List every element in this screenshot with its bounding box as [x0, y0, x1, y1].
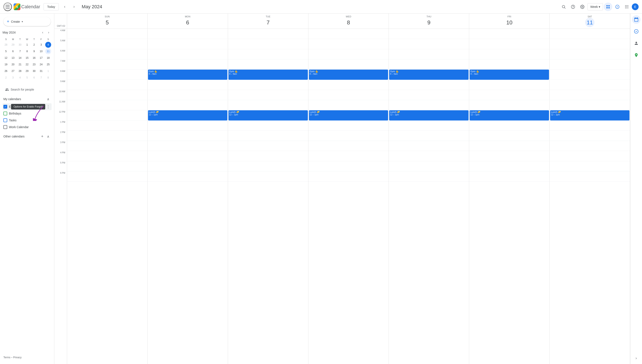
mini-cal-day[interactable]: 28: [17, 68, 23, 74]
mini-cal-day[interactable]: 22: [24, 62, 30, 68]
avatar[interactable]: E: [632, 4, 638, 10]
help-button[interactable]: [569, 2, 577, 11]
calendar-item-eraldo[interactable]: Eraldo Forgoli ⋮ Options for Eraldo Forg…: [3, 103, 52, 110]
calendar-item-work[interactable]: Work Calendar ⋮: [3, 124, 52, 130]
lunch-event-sat[interactable]: Lunch 🌮 12 – 1pm: [550, 110, 629, 120]
mini-cal-day[interactable]: 8: [24, 48, 30, 54]
mini-cal-day[interactable]: 16: [31, 55, 37, 61]
mini-cal-day-today[interactable]: 4: [45, 42, 51, 48]
lunch-event-tue[interactable]: Lunch 🌮 12 – 1pm: [228, 110, 308, 120]
mini-cal-day[interactable]: 30: [31, 68, 37, 74]
mini-cal-day[interactable]: 21: [17, 62, 23, 68]
mini-cal-day[interactable]: 4: [17, 75, 23, 80]
day-num-5[interactable]: 5: [103, 18, 112, 27]
maps-icon-right[interactable]: [632, 51, 640, 60]
mini-cal-day[interactable]: 23: [31, 62, 37, 68]
contacts-icon-right[interactable]: [632, 39, 640, 48]
mini-cal-day[interactable]: 20: [10, 62, 16, 68]
lunch-event-fri[interactable]: Lunch 🌮 12 – 1pm: [470, 110, 549, 120]
day-header-thu[interactable]: THU 9: [389, 14, 469, 29]
calendar-item-tasks[interactable]: Tasks ⋮: [3, 117, 52, 124]
day-num-11[interactable]: 11: [585, 18, 594, 27]
week-view-selector[interactable]: Week ▾: [587, 3, 603, 10]
mini-cal-day[interactable]: 7: [17, 48, 23, 54]
mini-cal-day[interactable]: 6: [10, 48, 16, 54]
hamburger-button[interactable]: [4, 2, 12, 11]
mini-cal-day[interactable]: 5: [3, 48, 9, 54]
eraldo-more-button[interactable]: ⋮: [46, 104, 51, 109]
calendar-icon-right[interactable]: [632, 15, 640, 24]
eraldo-checkbox[interactable]: [4, 105, 7, 108]
tasks-checkbox[interactable]: [4, 118, 7, 122]
mini-cal-day[interactable]: 29: [24, 68, 30, 74]
mini-cal-day[interactable]: 28: [3, 42, 9, 48]
work-checkbox[interactable]: [4, 125, 7, 129]
mini-cal-day[interactable]: 1: [24, 42, 30, 48]
day-header-tue[interactable]: TUE 7: [228, 14, 308, 29]
mini-cal-next[interactable]: ›: [46, 30, 52, 36]
day-num-9[interactable]: 9: [424, 18, 434, 27]
settings-button[interactable]: [578, 2, 587, 11]
today-button[interactable]: Today: [44, 3, 59, 10]
privacy-link[interactable]: Privacy: [13, 356, 22, 359]
gym-event-mon[interactable]: Gym 💪 8 – 9am: [148, 70, 227, 80]
mini-cal-day[interactable]: 24: [38, 62, 44, 68]
day-num-7[interactable]: 7: [263, 18, 273, 27]
mini-cal-day[interactable]: 30: [17, 42, 23, 48]
mini-cal-day[interactable]: 31: [38, 68, 44, 74]
mini-cal-day[interactable]: 27: [10, 68, 16, 74]
my-calendars-header[interactable]: My calendars ∧: [3, 95, 52, 103]
mini-cal-day[interactable]: 17: [38, 55, 44, 61]
mini-cal-prev[interactable]: ‹: [40, 30, 46, 36]
other-calendars-header[interactable]: Other calendars + ∧: [3, 132, 52, 141]
mini-cal-day[interactable]: 14: [17, 55, 23, 61]
grid-view-button[interactable]: [604, 2, 612, 11]
gym-event-thu[interactable]: Gym 💪 8 – 9am: [389, 70, 469, 80]
day-num-6[interactable]: 6: [183, 18, 192, 27]
day-header-fri[interactable]: FRI 10: [469, 14, 550, 29]
lunch-event-thu[interactable]: Lunch 🌮 12 – 1pm: [389, 110, 469, 120]
create-button[interactable]: + Create ▾: [4, 17, 51, 26]
lunch-event-mon[interactable]: Lunch 🌮 12 – 1pm: [148, 110, 227, 120]
mini-cal-day[interactable]: 9: [31, 48, 37, 54]
mini-cal-day[interactable]: 12: [3, 55, 9, 61]
day-header-sat[interactable]: SAT 11: [550, 14, 630, 29]
search-people-button[interactable]: Search for people: [3, 86, 52, 93]
next-button[interactable]: ›: [70, 2, 78, 11]
calendar-item-birthdays[interactable]: Birthdays ⋮: [3, 110, 52, 117]
tasks-icon-button[interactable]: [613, 2, 622, 11]
mini-cal-day[interactable]: 19: [3, 62, 9, 68]
gym-event-fri[interactable]: Gym 💪 8 – 9am: [470, 70, 549, 80]
mini-cal-day[interactable]: 18: [45, 55, 51, 61]
day-header-mon[interactable]: MON 6: [148, 14, 228, 29]
mini-cal-day[interactable]: 1: [45, 68, 51, 74]
tasks-icon-right[interactable]: [632, 27, 640, 36]
mini-cal-day[interactable]: 3: [10, 75, 16, 80]
mini-cal-day[interactable]: 26: [3, 68, 9, 74]
mini-cal-day[interactable]: 25: [45, 62, 51, 68]
day-num-10[interactable]: 10: [505, 18, 514, 27]
mini-cal-day-selected[interactable]: 11: [45, 48, 51, 54]
prev-button[interactable]: ‹: [61, 2, 69, 11]
day-num-8[interactable]: 8: [344, 18, 353, 27]
mini-cal-day[interactable]: 5: [24, 75, 30, 80]
mini-cal-day[interactable]: 6: [31, 75, 37, 80]
mini-cal-day[interactable]: 29: [10, 42, 16, 48]
apps-button[interactable]: [622, 2, 631, 11]
mini-cal-day[interactable]: 8: [45, 75, 51, 80]
mini-cal-day[interactable]: 10: [38, 48, 44, 54]
gym-event-wed[interactable]: Gym 💪 8 – 9am: [309, 70, 388, 80]
day-header-wed[interactable]: WED 8: [308, 14, 389, 29]
mini-cal-day[interactable]: 2: [31, 42, 37, 48]
mini-cal-day[interactable]: 15: [24, 55, 30, 61]
gym-event-tue[interactable]: Gym 💪 8 – 9am: [228, 70, 308, 80]
mini-cal-day[interactable]: 13: [10, 55, 16, 61]
birthdays-checkbox[interactable]: [4, 112, 7, 116]
expand-right-sidebar-button[interactable]: ›: [632, 354, 640, 362]
add-other-calendar-button[interactable]: +: [40, 134, 45, 139]
search-button[interactable]: [559, 2, 568, 11]
terms-link[interactable]: Terms: [4, 356, 11, 359]
mini-cal-day[interactable]: 2: [3, 75, 9, 80]
day-header-sun[interactable]: SUN 5: [67, 14, 148, 29]
mini-cal-day[interactable]: 7: [38, 75, 44, 80]
